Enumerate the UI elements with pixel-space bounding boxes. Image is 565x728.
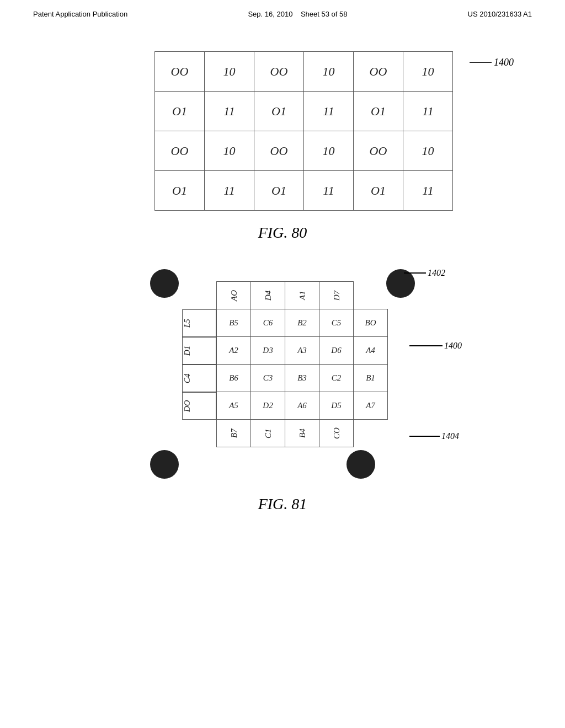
fig81-cell-r5-c3: B4 <box>285 420 319 447</box>
fig80-grid: OO10OO10OO10O111O111O111OO10OO10OO10O111… <box>154 51 453 211</box>
header-date-sheet: Sep. 16, 2010 Sheet 53 of 58 <box>248 10 347 18</box>
fig81-cell-r2-c5: A4 <box>354 337 388 365</box>
fig81-cell-r5-c1: B7 <box>217 420 251 447</box>
fig81-cell-r4-c0: DO <box>182 392 216 420</box>
fig80-cell-r2-c0: OO <box>155 131 205 171</box>
fig81-cell-r3-c0: C4 <box>182 365 216 392</box>
fig81-cell-r3-c5: B1 <box>354 365 388 392</box>
fig80-cell-r1-c4: O1 <box>354 92 403 131</box>
fig80-cell-r3-c5: 11 <box>403 171 453 211</box>
fig80-cell-r0-c1: 10 <box>205 52 254 92</box>
fig81-cell-r4-c3: A6 <box>285 392 319 420</box>
fig81-cell-r2-c1: A2 <box>217 337 251 365</box>
ref-1402-text: 1402 <box>428 268 445 278</box>
fig81-grid: AOD4A1D7L5B5C6B2C5BOD1A2D3A3D6A4C4B6C3B3… <box>182 281 388 447</box>
fig81-cell-r2-c3: A3 <box>285 337 319 365</box>
fig80-label: FIG. 80 <box>258 224 307 242</box>
fig81-cell-r0-c5 <box>354 282 388 309</box>
fig80-cell-r3-c2: O1 <box>254 171 304 211</box>
fig81-cell-r4-c2: D2 <box>251 392 285 420</box>
header-patent: US 2010/231633 A1 <box>468 10 532 18</box>
fig81-cell-r2-c2: D3 <box>251 337 285 365</box>
fig81-cell-r3-c3: B3 <box>285 365 319 392</box>
fig81-diagram: AOD4A1D7L5B5C6B2C5BOD1A2D3A3D6A4C4B6C3B3… <box>150 269 415 479</box>
fig80-cell-r1-c5: 11 <box>403 92 453 131</box>
fig80-cell-r2-c5: 10 <box>403 131 453 171</box>
page-header: Patent Application Publication Sep. 16, … <box>0 0 565 24</box>
fig81-cell-r1-c0: L5 <box>182 309 216 337</box>
fig81-cell-r5-c2: C1 <box>251 420 285 447</box>
ref-1404-text: 1404 <box>441 431 459 441</box>
arrow-1402 <box>404 272 426 274</box>
fig81-cell-r3-c2: C3 <box>251 365 285 392</box>
fig81-cell-r3-c4: C2 <box>319 365 354 392</box>
fig81-cell-r4-c5: A7 <box>354 392 388 420</box>
fig81-cell-r2-c4: D6 <box>319 337 354 365</box>
fig81-cell-r1-c2: C6 <box>251 309 285 337</box>
fig81-cell-r5-c5 <box>354 420 388 447</box>
fig81-cell-r0-c1: AO <box>217 282 251 309</box>
header-date: Sep. 16, 2010 <box>248 10 292 18</box>
fig80-cell-r1-c1: 11 <box>205 92 254 131</box>
fig81-cell-r2-c0: D1 <box>182 337 216 365</box>
circle-bottom-left <box>150 450 179 479</box>
fig81-cell-r5-c4: CO <box>319 420 354 447</box>
fig80-cell-r3-c0: O1 <box>155 171 205 211</box>
fig81-ref-1400: 1400 <box>409 341 462 351</box>
fig81-cell-r0-c3: A1 <box>285 282 319 309</box>
fig80-cell-r1-c2: O1 <box>254 92 304 131</box>
header-publication-label: Patent Application Publication <box>33 10 127 18</box>
fig80-cell-r1-c0: O1 <box>155 92 205 131</box>
ref-1400-text: 1400 <box>444 341 462 351</box>
fig81-cell-r4-c4: D5 <box>319 392 354 420</box>
fig81-cell-r0-c0 <box>182 282 217 309</box>
fig80-cell-r3-c3: 11 <box>304 171 354 211</box>
fig81-ref-1402: 1402 <box>404 268 445 278</box>
fig80-cell-r3-c1: 11 <box>205 171 254 211</box>
fig81-cell-r1-c3: B2 <box>285 309 319 337</box>
fig80-cell-r2-c2: OO <box>254 131 304 171</box>
fig80-cell-r3-c4: O1 <box>354 171 403 211</box>
fig81-cell-r0-c4: D7 <box>319 282 354 309</box>
fig80-cell-r0-c3: 10 <box>304 52 354 92</box>
arrow-1400 <box>409 345 443 346</box>
fig81-section: AOD4A1D7L5B5C6B2C5BOD1A2D3A3D6A4C4B6C3B3… <box>44 269 521 513</box>
fig81-cell-r3-c1: B6 <box>217 365 251 392</box>
fig81-cell-r4-c1: A5 <box>217 392 251 420</box>
fig81-ref-1404: 1404 <box>409 431 459 441</box>
fig81-cell-r5-c0 <box>182 420 217 447</box>
fig80-cell-r0-c2: OO <box>254 52 304 92</box>
fig80-ref-label: 1400 <box>470 57 514 68</box>
fig80-cell-r0-c5: 10 <box>403 52 453 92</box>
arrow-1404 <box>409 436 440 437</box>
fig80-ref-text: 1400 <box>494 57 514 68</box>
fig80-cell-r2-c3: 10 <box>304 131 354 171</box>
fig81-cell-r1-c5: BO <box>354 309 388 337</box>
fig80-cell-r1-c3: 11 <box>304 92 354 131</box>
fig80-cell-r2-c4: OO <box>354 131 403 171</box>
fig81-cell-r0-c2: D4 <box>251 282 285 309</box>
arrow-line-80 <box>470 62 492 63</box>
fig80-cell-r2-c1: 10 <box>205 131 254 171</box>
circle-top-left <box>150 269 179 298</box>
fig80-section: OO10OO10OO10O111O111O111OO10OO10OO10O111… <box>44 51 521 242</box>
fig81-cell-r1-c4: C5 <box>319 309 354 337</box>
header-sheet: Sheet 53 of 58 <box>301 10 348 18</box>
fig81-label: FIG. 81 <box>258 495 307 513</box>
fig81-cell-r1-c1: B5 <box>217 309 251 337</box>
fig80-cell-r0-c4: OO <box>354 52 403 92</box>
fig80-cell-r0-c0: OO <box>155 52 205 92</box>
circle-bottom-right <box>347 450 375 479</box>
